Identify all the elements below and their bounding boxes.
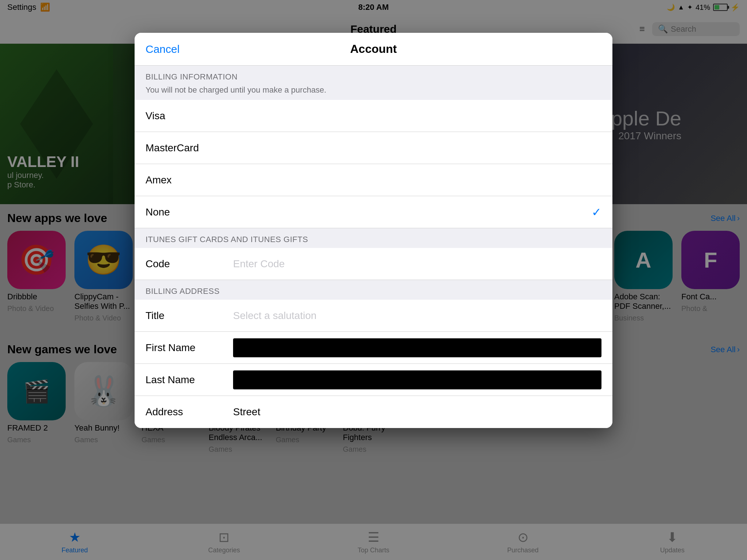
title-value[interactable]: Select a salutation [233,310,601,322]
amex-row[interactable]: Amex [135,164,612,196]
billing-address-label: BILLING ADDRESS [135,280,612,300]
billing-info-sublabel: You will not be charged until you make a… [135,85,612,100]
lastname-row[interactable]: Last Name [135,364,612,396]
modal-header: Cancel Account [135,33,612,66]
title-label: Title [146,310,233,322]
address-label: Address [146,406,233,418]
lastname-label: Last Name [146,374,233,386]
none-label: None [146,206,170,218]
firstname-label: First Name [146,342,233,354]
address-row[interactable]: Address Street [135,396,612,428]
address-value[interactable]: Street [233,406,601,418]
lastname-value[interactable] [233,370,601,389]
code-label: Code [146,258,233,270]
firstname-value[interactable] [233,338,601,357]
title-row[interactable]: Title Select a salutation [135,300,612,332]
mastercard-row[interactable]: MasterCard [135,132,612,164]
cancel-button[interactable]: Cancel [146,43,179,55]
visa-label: Visa [146,110,165,122]
modal-title: Account [350,42,397,56]
mastercard-label: MasterCard [146,142,199,154]
billing-info-label: BILLING INFORMATION [135,66,612,85]
checkmark-icon: ✓ [592,205,601,219]
account-modal: Cancel Account BILLING INFORMATION You w… [135,33,612,428]
code-value[interactable]: Enter Code [233,258,601,270]
firstname-row[interactable]: First Name [135,332,612,364]
amex-label: Amex [146,174,172,186]
none-row[interactable]: None ✓ [135,196,612,228]
code-row[interactable]: Code Enter Code [135,248,612,280]
itunes-section-label: ITUNES GIFT CARDS AND ITUNES GIFTS [135,228,612,248]
visa-row[interactable]: Visa [135,100,612,132]
